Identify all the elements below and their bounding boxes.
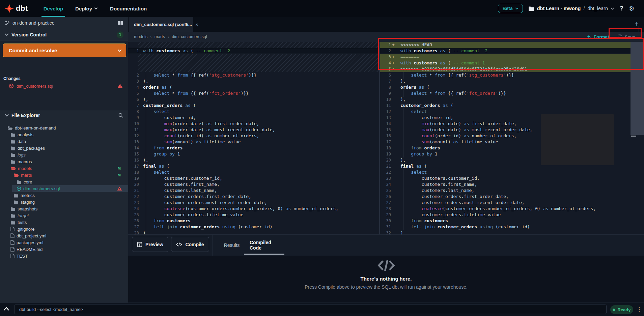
dbt-logo-text: dbt bbox=[16, 4, 28, 13]
changes-section-label: Changes bbox=[3, 76, 21, 81]
tree-item-core[interactable]: core bbox=[0, 178, 128, 185]
code-line: 28 coalesce(customer_orders.number_of_or… bbox=[380, 206, 644, 212]
folder-open-icon bbox=[10, 166, 16, 171]
tree-item-models[interactable]: modelsM bbox=[0, 165, 128, 172]
diff-gap-hatch bbox=[138, 42, 379, 48]
line-number: 6 bbox=[380, 72, 391, 78]
line-number: 22 bbox=[380, 169, 391, 175]
diff-editor-original-pane[interactable]: 1with customers as ( -- comment 22 selec… bbox=[128, 42, 379, 234]
file-icon bbox=[10, 240, 15, 245]
new-tab-icon[interactable]: + bbox=[635, 21, 639, 27]
code-line: 6 select * from {{ ref('stg_customers')}… bbox=[380, 72, 644, 78]
chevron-down-icon[interactable] bbox=[117, 49, 122, 52]
code-line: 10), bbox=[380, 96, 644, 103]
diff-add-marker bbox=[391, 115, 396, 121]
dbt-logo-icon bbox=[5, 4, 14, 13]
command-input[interactable] bbox=[14, 305, 607, 314]
tree-item-logs[interactable]: logs bbox=[0, 151, 128, 158]
line-number: 15 bbox=[128, 151, 139, 157]
code-line: 7customer_orders as ( bbox=[128, 103, 379, 109]
dbt-logo[interactable]: dbt bbox=[5, 4, 28, 13]
breadcrumb-file[interactable]: dim_customers.sql bbox=[172, 34, 207, 39]
version-control-header[interactable]: Version Control 1 bbox=[0, 29, 128, 40]
tree-item-packages-yml[interactable]: packages.yml bbox=[0, 239, 128, 246]
tree-item-tests[interactable]: tests bbox=[0, 219, 128, 226]
model-cube-icon bbox=[17, 186, 21, 191]
breadcrumb-models[interactable]: models bbox=[134, 34, 147, 39]
code-line: 6), bbox=[128, 96, 379, 103]
navbar-right: Beta dbt Learn - mwong / dbt_learn ? ⚙ bbox=[498, 0, 635, 17]
diff-add-marker bbox=[391, 163, 396, 169]
nav-deploy[interactable]: Deploy bbox=[69, 0, 104, 17]
line-number: 16 bbox=[128, 157, 139, 163]
tree-item-data[interactable]: data bbox=[0, 138, 128, 145]
beta-toggle[interactable]: Beta bbox=[498, 4, 523, 13]
tree-item-marts[interactable]: martsM bbox=[0, 172, 128, 178]
conflict-warning-icon bbox=[117, 83, 123, 88]
file-icon bbox=[10, 254, 15, 258]
breadcrumb-marts[interactable]: marts bbox=[155, 34, 165, 39]
diff-add-marker bbox=[391, 133, 396, 139]
folder-open-icon bbox=[13, 173, 19, 177]
search-icon[interactable] bbox=[118, 113, 123, 118]
diff-add-marker bbox=[391, 151, 396, 157]
tree-item-dbt-project-yml[interactable]: dbt_project.yml bbox=[0, 232, 128, 239]
code-line: 8orders as ( bbox=[380, 84, 644, 90]
chevron-down-icon bbox=[515, 7, 519, 10]
code-line: 13 sum(amount) as lifetime_value bbox=[128, 139, 379, 145]
changed-file-name: dim_customers.sql bbox=[17, 84, 53, 89]
line-number: 17 bbox=[128, 163, 139, 169]
line-number: 12 bbox=[128, 133, 139, 139]
line-number: 24 bbox=[380, 181, 391, 188]
tree-item-macros[interactable]: macros bbox=[0, 158, 128, 165]
chevron-up-icon[interactable] bbox=[3, 307, 9, 311]
branch-selector[interactable]: on-demand-practice bbox=[0, 17, 128, 29]
line-number: 5 bbox=[128, 90, 139, 96]
project-switcher[interactable]: dbt Learn - mwong / dbt_learn bbox=[528, 6, 614, 11]
gear-icon[interactable]: ⚙ bbox=[629, 5, 635, 12]
tree-item-metrics[interactable]: metrics bbox=[0, 192, 128, 199]
tab-results[interactable]: Results bbox=[224, 235, 239, 256]
compile-button[interactable]: Compile bbox=[171, 237, 209, 252]
file-explorer-header[interactable]: File Explorer bbox=[0, 110, 128, 121]
tree-item-dim-customers-sql[interactable]: dim_customers.sql bbox=[0, 185, 128, 192]
version-control-panel: Commit and resolve Changes dim_customers… bbox=[0, 40, 128, 110]
nav-documentation[interactable]: Documentation bbox=[104, 0, 153, 17]
tree-item-dbt-learn-on-demand[interactable]: dbt-learn-on-demand bbox=[0, 124, 128, 131]
file-explorer-title: File Explorer bbox=[11, 113, 40, 118]
tree-item-readme-md[interactable]: README.md bbox=[0, 246, 128, 253]
close-icon[interactable]: × bbox=[195, 22, 198, 27]
code-line: 27 left join customer_orders using (cust… bbox=[128, 224, 379, 230]
diff-add-marker bbox=[391, 145, 396, 151]
tab-compiled-code[interactable]: Compiled Code bbox=[250, 235, 280, 256]
folder-icon bbox=[10, 146, 16, 150]
code-line: 7), bbox=[380, 78, 644, 84]
line-number: 11 bbox=[128, 127, 139, 133]
commit-and-resolve-button[interactable]: Commit and resolve bbox=[3, 44, 126, 57]
changed-file-row[interactable]: dim_customers.sql bbox=[0, 82, 128, 90]
tree-item-snapshots[interactable]: snapshots bbox=[0, 205, 128, 212]
path-separator: / bbox=[583, 6, 585, 11]
tree-item-test[interactable]: TEST bbox=[0, 253, 128, 259]
line-number: 14 bbox=[128, 145, 139, 151]
diff-add-marker bbox=[391, 230, 396, 234]
line-number: 19 bbox=[380, 151, 391, 157]
docs-book-icon[interactable] bbox=[117, 21, 123, 26]
status-badge: Ready bbox=[610, 305, 633, 314]
annotation-box-conflict bbox=[378, 38, 644, 70]
git-branch-icon bbox=[5, 20, 10, 26]
nav-develop[interactable]: Develop bbox=[37, 0, 69, 17]
tree-item--gitignore[interactable]: .gitignore bbox=[0, 226, 128, 232]
kebab-menu-icon[interactable]: ⋮ bbox=[636, 306, 642, 313]
tab-dim-customers[interactable]: dim_customers.sql (confli... × bbox=[129, 17, 193, 32]
code-line: 8 select bbox=[128, 109, 379, 115]
tree-item-dbt-packages[interactable]: dbt_packages bbox=[0, 145, 128, 151]
code-line: 16), bbox=[128, 157, 379, 163]
tree-item-analysis[interactable]: analysis bbox=[0, 131, 128, 138]
tree-item-target[interactable]: target bbox=[0, 212, 128, 219]
tree-item-staging[interactable]: staging bbox=[0, 199, 128, 205]
preview-button[interactable]: Preview bbox=[132, 237, 168, 252]
help-icon[interactable]: ? bbox=[620, 5, 623, 12]
line-number: 17 bbox=[380, 139, 391, 145]
code-line: 10 min(order_date) as first_order_date, bbox=[128, 121, 379, 127]
